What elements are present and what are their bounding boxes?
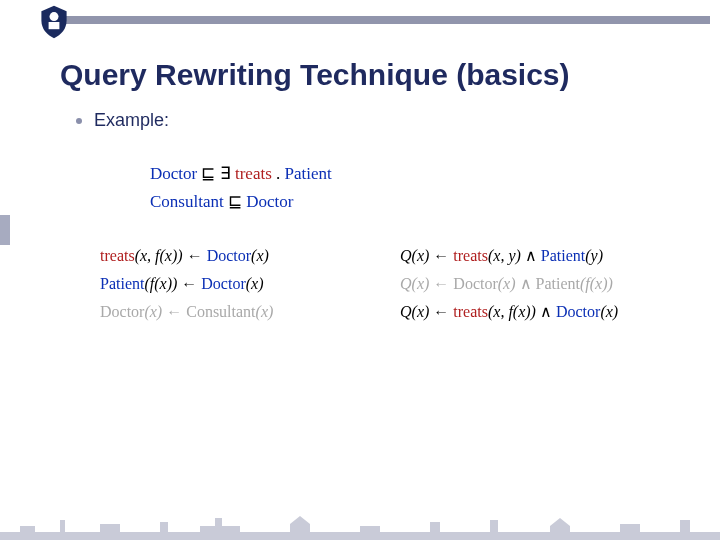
concept-patient: Patient: [285, 164, 332, 183]
rules-right: Q(x) ← treats(x, y) ∧ Patient(y)Q(x) ← D…: [400, 242, 618, 326]
and-op: ∧: [521, 247, 541, 264]
side-tab-decor: [0, 215, 10, 245]
svg-point-0: [50, 12, 59, 21]
slide-title: Query Rewriting Technique (basics): [60, 58, 570, 92]
atom-1-args: (x): [498, 275, 516, 292]
rule-body-args: (x): [251, 247, 269, 264]
rule-body-args: (x): [246, 275, 264, 292]
rule-right-2: Q(x) ← treats(x, f(x)) ∧ Doctor(x): [400, 298, 618, 326]
skyline-footer-icon: [0, 516, 720, 540]
and-op: ∧: [516, 275, 536, 292]
atom-2-args: (f(x)): [580, 275, 613, 292]
rule-left-1: Patient(f(x)) ← Doctor(x): [100, 270, 273, 298]
rule-arrow: ←: [429, 303, 453, 320]
rules-left: treats(x, f(x)) ← Doctor(x)Patient(f(x))…: [100, 242, 273, 326]
atom-2: Patient: [541, 247, 585, 264]
rule-head-args: (x): [144, 303, 162, 320]
rule-head: Doctor: [100, 303, 144, 320]
university-crest-icon: [36, 4, 72, 40]
svg-rect-1: [49, 22, 60, 29]
rule-right-0: Q(x) ← treats(x, y) ∧ Patient(y): [400, 242, 618, 270]
concept-doctor: Doctor: [246, 192, 293, 211]
rule-arrow: ←: [429, 275, 453, 292]
axiom-2: Consultant ⊑ Doctor: [150, 188, 332, 216]
rule-right-1: Q(x) ← Doctor(x) ∧ Patient(f(x)): [400, 270, 618, 298]
query-head: Q: [400, 275, 412, 292]
bullet-example: Example:: [76, 110, 169, 131]
and-op: ∧: [536, 303, 556, 320]
bullet-text: Example:: [94, 110, 169, 131]
atom-2: Doctor: [556, 303, 600, 320]
rule-left-0: treats(x, f(x)) ← Doctor(x): [100, 242, 273, 270]
atom-2-args: (x): [600, 303, 618, 320]
query-args: (x): [412, 275, 430, 292]
atom-2: Patient: [536, 275, 580, 292]
rule-head-args: (x, f(x)): [135, 247, 183, 264]
rule-left-2: Doctor(x) ← Consultant(x): [100, 298, 273, 326]
atom-1-args: (x, f(x)): [488, 303, 536, 320]
dot: .: [276, 164, 285, 183]
rule-arrow: ←: [162, 303, 186, 320]
header-bar: [58, 16, 710, 24]
atom-1: treats: [453, 247, 488, 264]
rule-head-args: (f(x)): [144, 275, 177, 292]
query-head: Q: [400, 303, 412, 320]
rule-head: Patient: [100, 275, 144, 292]
rule-arrow: ←: [177, 275, 201, 292]
subsumption-op: ⊑: [201, 164, 215, 183]
rule-body-args: (x): [256, 303, 274, 320]
rule-body: Consultant: [186, 303, 255, 320]
role-treats: treats: [235, 164, 272, 183]
rule-body: Doctor: [201, 275, 245, 292]
axiom-1: Doctor ⊑ ∃ treats . Patient: [150, 160, 332, 188]
query-args: (x): [412, 303, 430, 320]
atom-2-args: (y): [585, 247, 603, 264]
query-args: (x): [412, 247, 430, 264]
subsumption-op: ⊑: [228, 192, 242, 211]
concept-doctor: Doctor: [150, 164, 197, 183]
atom-1: Doctor: [453, 275, 497, 292]
rule-body: Doctor: [207, 247, 251, 264]
rule-arrow: ←: [429, 247, 453, 264]
exists-op: ∃: [220, 164, 231, 183]
atom-1-args: (x, y): [488, 247, 521, 264]
query-head: Q: [400, 247, 412, 264]
bullet-dot-icon: [76, 118, 82, 124]
rule-arrow: ←: [183, 247, 207, 264]
rule-head: treats: [100, 247, 135, 264]
axioms-block: Doctor ⊑ ∃ treats . Patient Consultant ⊑…: [150, 160, 332, 216]
atom-1: treats: [453, 303, 488, 320]
concept-consultant: Consultant: [150, 192, 224, 211]
